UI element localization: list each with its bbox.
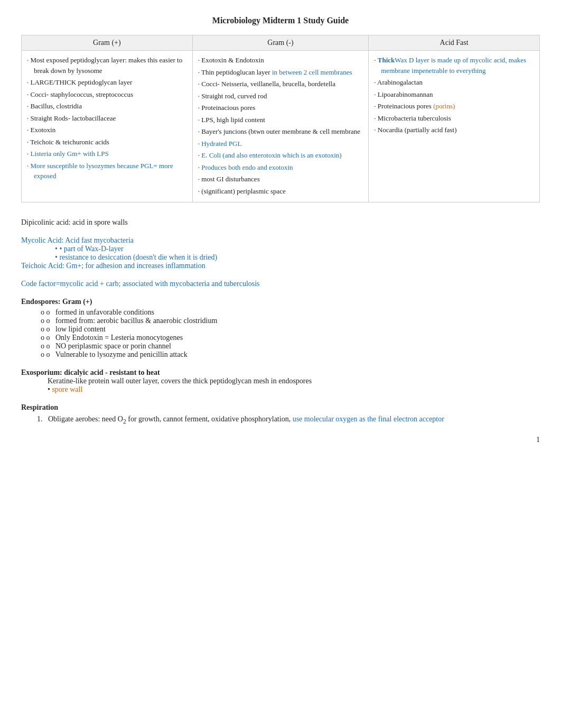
page-title: Microbiology Midterm 1 Study Guide	[21, 16, 540, 25]
acid-fast-cell: ThickWax D layer is made up of mycolic a…	[369, 51, 540, 202]
respiration-section: Respiration 1. Obligate aerobes: need O2…	[21, 403, 540, 425]
header-acid-fast: Acid Fast	[369, 35, 540, 51]
mycolic-title: Mycolic Acid: Acid fast mycobacteria	[21, 236, 134, 244]
exosporium-bullet: • spore wall	[48, 385, 540, 394]
exosporium-title: Exosporium: dicalyic acid - resistant to…	[21, 368, 160, 376]
comparison-table: Gram (+) Gram (-) Acid Fast Most exposed…	[21, 35, 540, 202]
list-item: Microbacteria tuberculosis	[374, 113, 534, 124]
respiration-title: Respiration	[21, 403, 540, 412]
list-item: Thin peptidoglucan layer in between 2 ce…	[198, 67, 363, 78]
list-item: Hydrated PGL	[198, 139, 363, 149]
list-item: Proteinacious pores (porins)	[374, 101, 534, 112]
list-item: Listeria only Gm+ with LPS	[27, 149, 187, 159]
list-item: Straight rod, curved rod	[198, 91, 363, 102]
gram-neg-list: Exotoxin & Endotoxin Thin peptidoglucan …	[198, 55, 363, 196]
mycolic-section: Mycolic Acid: Acid fast mycobacteria • p…	[21, 236, 540, 270]
list-item: Nocardia (partially acid fast)	[374, 125, 534, 135]
teichoic-text: Teichoic Acid: Gm+; for adhesion and inc…	[21, 262, 540, 270]
exosporium-text: Keratine-like protein wall outer layer, …	[48, 377, 540, 385]
list-item: Proteinacious pores	[198, 103, 363, 113]
list-item: Lipoarabinomannan	[374, 89, 534, 100]
gram-neg-cell: Exotoxin & Endotoxin Thin peptidoglucan …	[192, 51, 369, 202]
list-item: Bacillus, clostridia	[27, 101, 187, 112]
list-item: Teichoic & teichuronic acids	[27, 137, 187, 148]
endospores-list: o formed in unfavorable conditions o for…	[37, 308, 540, 359]
dipicolinic-text: Dipicolinic acid: acid in spore walls	[21, 218, 128, 226]
list-item: ThickWax D layer is made up of mycolic a…	[374, 55, 534, 76]
list-item: o NO periplasmic space or porin channel	[37, 342, 540, 351]
list-item: Arabinogalactan	[374, 77, 534, 88]
list-item: o Only Endotoxin = Lesteria monocytogene…	[37, 334, 540, 342]
endospores-section: Endospores: Gram (+) o formed in unfavor…	[21, 298, 540, 359]
list-item: LPS, high lipid content	[198, 115, 363, 125]
list-item: Cocci- staphylococcus, streptococcus	[27, 89, 187, 100]
list-item: LARGE/THICK peptidoglycan layer	[27, 77, 187, 88]
list-item: Exotoxin & Endotoxin	[198, 55, 363, 66]
exosporium-body: Keratine-like protein wall outer layer, …	[48, 377, 540, 394]
list-item: E. Coli (and also enterotoxin which is a…	[198, 150, 363, 161]
mycolic-bullet-1: • part of Wax-D-layer	[48, 245, 540, 253]
list-item: o low lipid content	[37, 325, 540, 334]
list-item: Cocci- Neisseria, veillanella, brucella,…	[198, 79, 363, 89]
list-item: Produces both endo and exotoxin	[198, 162, 363, 173]
gram-pos-cell: Most exposed peptidoglycan layer: makes …	[22, 51, 193, 202]
list-item: (significant) periplasmic space	[198, 186, 363, 197]
respiration-item-1: 1. Obligate aerobes: need O2 for growth,…	[37, 415, 540, 425]
respiration-num: 1.	[37, 415, 46, 423]
gram-pos-list: Most exposed peptidoglycan layer: makes …	[27, 55, 187, 181]
mycolic-bullet-2: • resistance to desiccation (doesn't die…	[48, 253, 540, 262]
header-gram-pos: Gram (+)	[22, 35, 193, 51]
list-item: Most exposed peptidoglycan layer: makes …	[27, 55, 187, 76]
list-item: Straight Rods- lactobacillaceae	[27, 113, 187, 124]
list-item: More susceptible to lysozymes because PG…	[27, 161, 187, 181]
list-item: most GI disturbances	[198, 174, 363, 185]
list-item: Bayer's juncions (btwn outer membrane & …	[198, 126, 363, 137]
page-number: 1	[21, 436, 540, 444]
list-item: o Vulnerable to lysozyme and penicillin …	[37, 351, 540, 359]
exosporium-section: Exosporium: dicalyic acid - resistant to…	[21, 368, 540, 394]
list-item: o formed from: aerobic bacillus & anaero…	[37, 317, 540, 325]
acid-fast-list: ThickWax D layer is made up of mycolic a…	[374, 55, 534, 135]
endospores-title: Endospores: Gram (+)	[21, 298, 540, 306]
respiration-text: Obligate aerobes: need O2 for growth, ca…	[48, 415, 444, 423]
code-factor-section: Code factor=mycolic acid + carb; associa…	[21, 280, 540, 288]
list-item: Exotoxin	[27, 125, 187, 135]
dipicolinic-section: Dipicolinic acid: acid in spore walls	[21, 218, 540, 227]
mycolic-bullets: • part of Wax-D-layer • resistance to de…	[48, 245, 540, 262]
code-factor-text: Code factor=mycolic acid + carb; associa…	[21, 280, 260, 288]
header-gram-neg: Gram (-)	[192, 35, 369, 51]
list-item: o formed in unfavorable conditions	[37, 308, 540, 317]
